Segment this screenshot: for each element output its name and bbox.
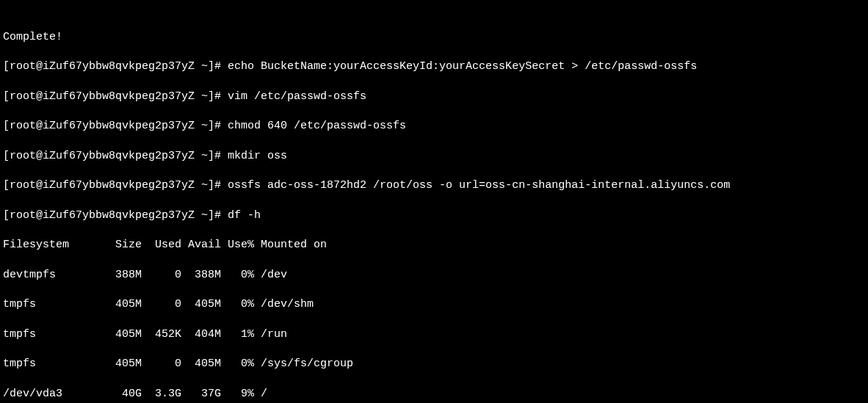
command-line: [root@iZuf67ybbw8qvkpeg2p37yZ ~]# mkdir … [3, 149, 865, 164]
command-line: [root@iZuf67ybbw8qvkpeg2p37yZ ~]# vim /e… [3, 90, 865, 104]
df-row: devtmpfs388M0388M0%/dev [3, 268, 865, 283]
df-row: tmpfs405M452K404M1%/run [3, 327, 865, 342]
df-row: tmpfs405M0405M0%/sys/fs/cgroup [3, 357, 865, 371]
command-line: [root@iZuf67ybbw8qvkpeg2p37yZ ~]# chmod … [3, 119, 865, 134]
terminal-output: Complete! [root@iZuf67ybbw8qvkpeg2p37yZ … [0, 15, 868, 403]
command-line: [root@iZuf67ybbw8qvkpeg2p37yZ ~]# echo B… [3, 59, 865, 74]
df-row: tmpfs405M0405M0%/dev/shm [3, 297, 865, 312]
output-line: Complete! [3, 30, 865, 45]
command-line: [root@iZuf67ybbw8qvkpeg2p37yZ ~]# df -h [3, 208, 865, 223]
df-header: FilesystemSizeUsedAvailUse%Mounted on [3, 238, 865, 253]
df-row: /dev/vda340G3.3G37G9%/ [3, 387, 865, 402]
command-line: [root@iZuf67ybbw8qvkpeg2p37yZ ~]# ossfs … [3, 178, 865, 193]
